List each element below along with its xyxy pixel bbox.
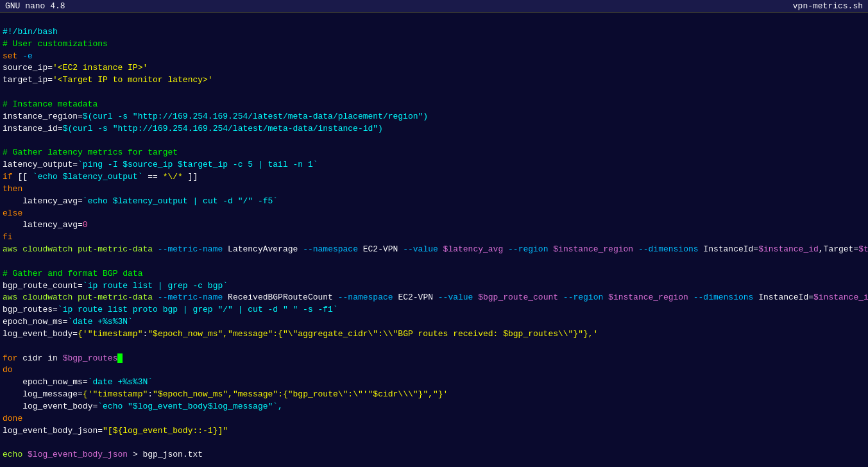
file-name: vpn-metrics.sh bbox=[793, 1, 863, 11]
editor-name: GNU nano 4.8 bbox=[5, 1, 65, 11]
code-editor: #!/bin/bash # User customizations set -e… bbox=[0, 13, 868, 467]
title-bar: GNU nano 4.8 vpn-metrics.sh bbox=[0, 0, 868, 13]
